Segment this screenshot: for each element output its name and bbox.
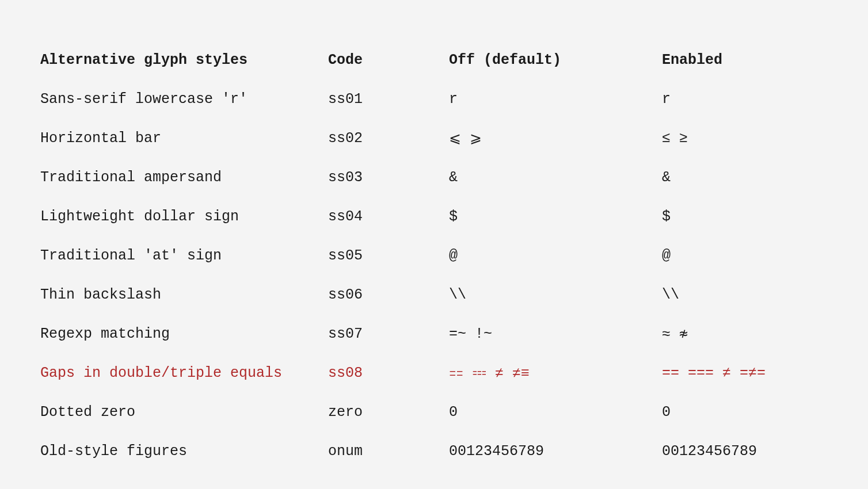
sample-enabled: @	[662, 236, 828, 275]
header-enabled: Enabled	[662, 40, 828, 79]
sample-off: @	[449, 236, 662, 275]
style-name: Thin backslash	[40, 275, 328, 314]
header-code: Code	[328, 40, 449, 79]
style-name: Sans-serif lowercase 'r'	[40, 79, 328, 119]
sample-enabled: ≈ ≉	[662, 314, 828, 353]
feature-code: ss02	[328, 119, 449, 158]
style-name: Gaps in double/triple equals	[40, 353, 328, 392]
header-name: Alternative glyph styles	[40, 40, 328, 79]
style-name: Regexp matching	[40, 314, 328, 353]
table-row: Regexp matchingss07=~ !~≈ ≉	[40, 314, 828, 353]
sample-off: &	[449, 158, 662, 197]
sample-off: r	[449, 79, 662, 119]
table-row: Traditional ampersandss03&&	[40, 158, 828, 197]
feature-code: ss04	[328, 197, 449, 236]
style-name: Dotted zero	[40, 392, 328, 431]
sample-off: 0	[449, 392, 662, 431]
table-row: Dotted zerozero00	[40, 392, 828, 431]
feature-code: zero	[328, 392, 449, 431]
sample-off: $	[449, 197, 662, 236]
sample-enabled: \\	[662, 275, 828, 314]
table-row: Lightweight dollar signss04$$	[40, 197, 828, 236]
feature-code: ss05	[328, 236, 449, 275]
table-row: Gaps in double/triple equalsss08⩵ ⩶ ≠ ≠≡…	[40, 353, 828, 392]
sample-enabled: &	[662, 158, 828, 197]
table-row: Sans-serif lowercase 'r'ss01rr	[40, 79, 828, 119]
sample-enabled: $	[662, 197, 828, 236]
sample-off: \\	[449, 275, 662, 314]
sample-off: =~ !~	[449, 314, 662, 353]
sample-off: ⩽ ⩾	[449, 119, 662, 158]
glyph-styles-table: Alternative glyph styles Code Off (defau…	[40, 40, 828, 471]
table-row: Traditional 'at' signss05@@	[40, 236, 828, 275]
sample-enabled: == === ≠ =≠=	[662, 353, 828, 392]
style-name: Traditional ampersand	[40, 158, 328, 197]
sample-enabled: ≤ ≥	[662, 119, 828, 158]
table-row: Thin backslashss06\\\\	[40, 275, 828, 314]
feature-code: ss08	[328, 353, 449, 392]
table-header-row: Alternative glyph styles Code Off (defau…	[40, 40, 828, 79]
sample-off: ⩵ ⩶ ≠ ≠≡	[449, 353, 662, 392]
table-row: Horizontal barss02⩽ ⩾≤ ≥	[40, 119, 828, 158]
feature-code: ss03	[328, 158, 449, 197]
feature-code: ss06	[328, 275, 449, 314]
sample-enabled: 00123456789	[662, 431, 828, 471]
sample-enabled: 0	[662, 392, 828, 431]
header-off: Off (default)	[449, 40, 662, 79]
table-row: Old-style figuresonum0012345678900123456…	[40, 431, 828, 471]
feature-code: onum	[328, 431, 449, 471]
style-name: Old-style figures	[40, 431, 328, 471]
style-name: Traditional 'at' sign	[40, 236, 328, 275]
style-name: Horizontal bar	[40, 119, 328, 158]
style-name: Lightweight dollar sign	[40, 197, 328, 236]
feature-code: ss07	[328, 314, 449, 353]
sample-off: 00123456789	[449, 431, 662, 471]
feature-code: ss01	[328, 79, 449, 119]
sample-enabled: r	[662, 79, 828, 119]
